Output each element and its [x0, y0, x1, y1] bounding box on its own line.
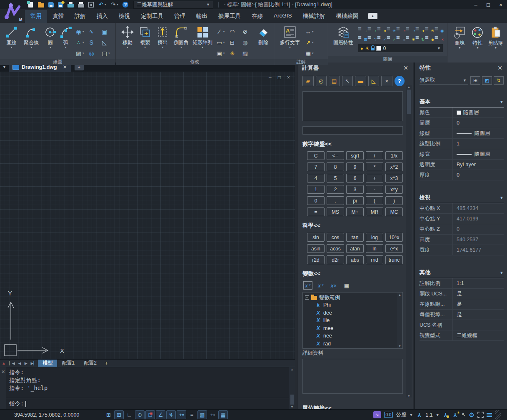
delete-variable-button[interactable]: x×	[329, 281, 338, 290]
annotation-monitor-toggle[interactable]: ▦	[218, 410, 228, 419]
new-drawing-button[interactable]: ▾	[26, 0, 35, 9]
help-button[interactable]: ?▾	[121, 0, 130, 9]
variable-mee[interactable]: X mee	[316, 325, 397, 332]
minimize-button[interactable]: –	[470, 2, 482, 8]
calc-key[interactable]: /	[366, 151, 383, 160]
variables-folder-row[interactable]: − 變數範例	[305, 294, 397, 301]
tab-layout1[interactable]: 配置1	[57, 360, 79, 367]
layer-isolate-icon[interactable]: ≡✳	[406, 34, 414, 41]
properties-button[interactable]: 特性 ▼	[469, 25, 487, 50]
calc-key[interactable]: C	[307, 151, 325, 160]
app-logo[interactable]: M	[2, 0, 23, 22]
modify-panel-label[interactable]: 修改	[116, 59, 274, 65]
units-display-icon[interactable]: 0.0	[384, 412, 393, 418]
tab-mech-annotate[interactable]: 機械註解	[297, 10, 331, 23]
sci-key[interactable]: rnd	[366, 255, 383, 264]
calculator-scrollbar[interactable]: ▲ ▼	[406, 85, 412, 398]
general-section-header[interactable]: 基本 ▼	[420, 98, 504, 108]
point-icon[interactable]: ∴▾	[75, 37, 88, 48]
calc-key[interactable]: 1/x	[385, 151, 403, 160]
clipboard-button[interactable]: 剪貼簿 ▼	[486, 25, 505, 50]
scale-icon[interactable]: ▭▾	[216, 37, 229, 48]
calc-key[interactable]: =	[307, 208, 325, 216]
variable-dee[interactable]: X dee	[316, 309, 397, 317]
calculator-input-box[interactable]	[302, 126, 403, 135]
grid-display-toggle[interactable]: ⊞	[104, 410, 113, 419]
calc-key[interactable]: MC	[385, 208, 403, 216]
properties-header[interactable]: 特性 ✕	[415, 62, 507, 73]
arc-button[interactable]: 弧 ▼	[58, 25, 73, 49]
first-layout-button[interactable]: ▏◀	[7, 361, 17, 365]
calc-intersection-icon[interactable]: ×	[381, 76, 392, 86]
align-icon[interactable]: ⊟▾	[229, 37, 242, 48]
calc-key[interactable]: x^2	[385, 162, 403, 171]
dimension-icon[interactable]: ↔▾	[305, 26, 321, 37]
command-scrollbar[interactable]: ▲ ▼	[289, 367, 295, 409]
variable-ille[interactable]: X ille	[316, 317, 397, 325]
transparency-toggle[interactable]: ▨	[197, 410, 207, 419]
calc-get-coordinates-icon[interactable]: ↖	[342, 76, 353, 86]
annotation-visibility-icon[interactable]: Y	[442, 412, 449, 418]
hatch-icon[interactable]: ▨▾	[75, 48, 88, 59]
calculator-return-button[interactable]: ▦	[342, 281, 351, 290]
sci-key[interactable]: d2r	[327, 255, 344, 264]
rectangular-array-button[interactable]: 矩形陣列 ▼	[191, 25, 214, 49]
variable-phi[interactable]: k Phi	[316, 301, 397, 309]
layer-restore-icon[interactable]: ≡↻	[415, 34, 424, 41]
stretch-icon[interactable]: ▣▾	[216, 48, 229, 59]
resize-grip[interactable]	[495, 410, 501, 420]
variable-nee[interactable]: X nee	[316, 332, 397, 340]
calc-key[interactable]: (	[366, 196, 383, 205]
viewport-minimize-button[interactable]: –	[269, 75, 272, 80]
calc-key[interactable]: 5	[327, 174, 344, 182]
stretch-button[interactable]: 擠出 ▼	[154, 25, 171, 49]
calc-key[interactable]: pi	[346, 196, 364, 205]
layer-match-icon[interactable]: ≡∵	[367, 34, 376, 41]
calc-paste-to-cmdline-icon[interactable]: ▤	[329, 76, 340, 86]
settings-gear-icon[interactable]: ⚙	[469, 411, 475, 419]
calculator-history-box[interactable]	[302, 91, 403, 121]
tab-online[interactable]: 在線	[246, 10, 268, 23]
layers-panel-label[interactable]: 圖層	[328, 56, 447, 62]
object-snap-toggle[interactable]: □	[145, 410, 155, 419]
calc-key[interactable]: 3	[346, 185, 364, 194]
toggle-pickadd-icon[interactable]: ↯	[494, 76, 504, 85]
last-layout-button[interactable]: ▶▏	[29, 361, 38, 365]
layer-tag-icon[interactable]: ≡◆	[425, 34, 433, 41]
break-at-point-icon[interactable]: ◍▾	[242, 37, 255, 48]
scroll-up-icon[interactable]: ▲	[291, 368, 294, 371]
rectangle-icon[interactable]: ▣▾	[101, 26, 114, 37]
variables-section-header[interactable]: 變數<<	[302, 270, 405, 278]
page-setup-button[interactable]: ▾	[66, 0, 75, 9]
dynamic-ucs-toggle[interactable]: +▫	[208, 410, 217, 419]
sci-key[interactable]: trunc	[385, 255, 403, 264]
layer-off-icon[interactable]: ≡↓	[358, 25, 366, 32]
units-section-header[interactable]: 單位轉換<<	[302, 405, 405, 409]
scientific-section-header[interactable]: 科學<<	[302, 222, 405, 230]
sci-key[interactable]: ln	[366, 244, 383, 253]
calc-key[interactable]: 4	[307, 174, 325, 182]
lineweight-toggle[interactable]: ≡	[187, 410, 197, 419]
spline-cv-icon[interactable]: S▾	[88, 37, 101, 48]
auto-annotation-scale-icon[interactable]: Y	[452, 412, 459, 418]
sci-key[interactable]: e^x	[385, 244, 403, 253]
erase-button[interactable]: 刪除 ▼	[255, 25, 272, 49]
calc-key[interactable]: -	[366, 185, 383, 194]
add-layout-button[interactable]: +	[101, 360, 112, 366]
copy-button[interactable]: 複製 ▼	[136, 25, 154, 49]
revision-cloud-icon[interactable]: ◉▾	[75, 26, 88, 37]
break-icon[interactable]: ⊘▾	[242, 26, 255, 37]
redo-button[interactable]: ↷▾	[109, 0, 120, 9]
block-button[interactable]: 圖塊 ▼	[450, 25, 469, 50]
undo-button[interactable]: ↶▾	[96, 0, 108, 9]
explode-icon[interactable]: ✳▾	[229, 48, 242, 59]
leader-icon[interactable]: ↗▾	[305, 37, 321, 48]
polar-tracking-toggle[interactable]: ⊙	[135, 410, 145, 419]
viewport-close-button[interactable]: ×	[287, 75, 290, 80]
tab-custom-tools[interactable]: 定制工具	[135, 10, 169, 23]
dynamic-input-toggle[interactable]: +▪	[177, 410, 186, 419]
tab-express-tools[interactable]: 擴展工具	[213, 10, 246, 23]
save-as-button[interactable]: ▾	[56, 0, 65, 9]
sci-key[interactable]: asin	[307, 244, 325, 253]
tab-insert[interactable]: 插入	[91, 10, 113, 23]
